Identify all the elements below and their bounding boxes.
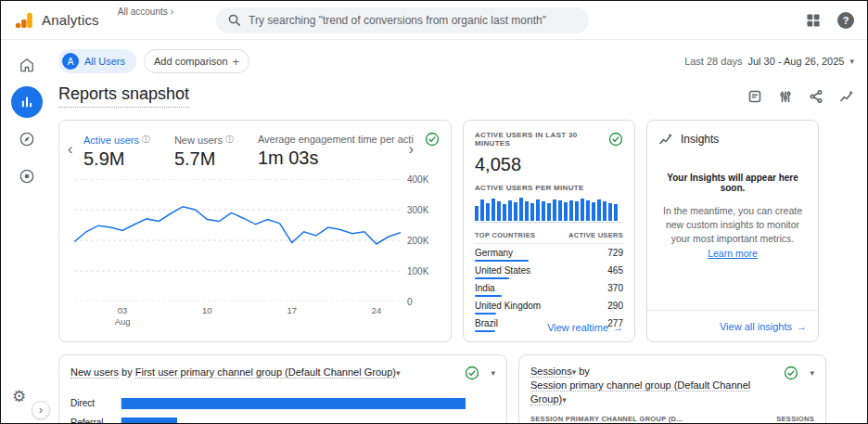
caret-down-icon[interactable]: ▾ (562, 395, 567, 405)
minute-bar (592, 202, 595, 221)
analytics-window: Analytics All accounts › ? (0, 0, 868, 424)
card-actions: ▾ (465, 366, 495, 380)
arrow-right-icon: → (797, 321, 807, 332)
minute-bar (553, 199, 556, 221)
trend-x-axis: 03Aug101724 (74, 305, 401, 328)
insights-header: Insights (647, 121, 818, 147)
minute-bar (480, 199, 484, 221)
minute-bar (508, 200, 512, 221)
prev-metrics-icon[interactable]: ‹ (68, 141, 72, 158)
minute-bar (542, 201, 545, 221)
chart-options-caret-icon[interactable]: ▾ (810, 368, 814, 378)
date-range-label: Jul 30 - Aug 26, 2025 (748, 56, 845, 67)
sessions-col-label: SESSIONS (776, 415, 814, 423)
data-quality-check-icon[interactable] (465, 366, 479, 380)
users-col-label: ACTIVE USERS (568, 231, 623, 239)
country-active-users: 370 (607, 283, 623, 293)
minute-bar (547, 203, 551, 221)
all-users-label: All Users (84, 56, 125, 67)
date-range-picker[interactable]: Last 28 days Jul 30 - Aug 26, 2025 ▾ (684, 56, 854, 67)
view-realtime-link[interactable]: View realtime → (547, 322, 623, 333)
nav-reports[interactable] (11, 86, 43, 118)
trend-plot: 03Aug101724 (74, 179, 401, 302)
info-icon[interactable]: ⓘ (142, 134, 150, 146)
x-tick-label: 17 (287, 305, 297, 316)
country-row-line: United Kingdom290 (475, 301, 623, 311)
gear-glyph: ⚙ (12, 388, 26, 405)
plus-icon: + (233, 55, 240, 69)
minute-bar (514, 202, 517, 221)
insights-sparkline-icon[interactable] (839, 89, 854, 104)
chart-options-caret-icon[interactable]: ▾ (491, 368, 495, 378)
metric-header: ‹ Active usersⓘ 5.9M New usersⓘ 5.7M Ave… (59, 121, 451, 170)
admin-gear-icon[interactable]: ⚙ (12, 389, 26, 405)
insights-card: Insights Your Insights will appear here … (646, 120, 819, 342)
dimension-selector[interactable]: First user primary channel group (Defaul… (135, 366, 396, 379)
info-icon[interactable]: ⓘ (225, 134, 234, 146)
minute-bar (491, 199, 495, 221)
insights-title: Insights (681, 133, 719, 146)
metric-active-users[interactable]: Active usersⓘ 5.9M (83, 134, 150, 170)
expand-nav-button[interactable]: › (32, 401, 50, 419)
analytics-logo[interactable]: Analytics (14, 10, 99, 31)
x-tick-label: 24 (372, 305, 382, 316)
explore-compass-icon (18, 130, 36, 148)
search-input[interactable] (249, 14, 578, 27)
nav-explore[interactable] (11, 123, 43, 155)
caret-down-icon[interactable]: ▾ (572, 367, 577, 377)
channel-bar-track (121, 418, 495, 423)
ga-logo-icon (14, 10, 34, 31)
country-name: Germany (475, 248, 513, 258)
segment-avatar: A (62, 53, 79, 70)
country-active-users: 729 (607, 248, 623, 258)
country-row-line: United States465 (475, 265, 623, 276)
search-bar[interactable] (216, 7, 589, 33)
all-users-chip[interactable]: A All Users (58, 49, 136, 73)
country-name: India (475, 283, 495, 293)
channel-row: Referral (70, 418, 495, 423)
metric-selector[interactable]: New users (70, 366, 119, 379)
y-tick-label: 400K (407, 174, 428, 185)
report-actions (747, 89, 854, 104)
comparison-bar: A All Users Add comparison + Last 28 day… (58, 49, 854, 73)
insights-text: In the meantime, you can create new cust… (663, 205, 802, 244)
minute-bar (486, 203, 490, 222)
metric-selector[interactable]: Sessions (530, 366, 572, 378)
title-row: Reports snapshot (58, 84, 854, 108)
arrow-right-icon: → (613, 322, 623, 333)
country-name: United Kingdom (475, 301, 541, 311)
country-row-line: India370 (475, 283, 623, 293)
minute-bar (569, 200, 573, 221)
customize-sliders-icon[interactable] (778, 89, 793, 104)
country-row: United States465 (475, 262, 623, 279)
channel-label: Referral (70, 418, 121, 423)
help-icon[interactable]: ? (837, 12, 854, 29)
insights-sparkline-icon (658, 132, 673, 147)
learn-more-link[interactable]: Learn more (708, 248, 758, 259)
country-active-users: 290 (607, 301, 623, 311)
data-quality-check-icon[interactable] (608, 132, 623, 147)
apps-grid-icon[interactable] (806, 13, 821, 28)
caret-down-icon[interactable]: ▾ (396, 368, 401, 378)
country-row: India370 (475, 279, 623, 297)
notes-icon[interactable] (747, 89, 762, 104)
minute-bar (597, 199, 601, 221)
nav-home[interactable] (11, 49, 43, 81)
insights-footer: View all insights → (647, 310, 818, 341)
nav-advertising[interactable] (11, 161, 43, 192)
topbar-actions: ? (806, 12, 854, 29)
channel-label: Direct (70, 398, 121, 408)
link-label: View realtime (547, 322, 608, 333)
add-comparison-chip[interactable]: Add comparison + (144, 49, 249, 73)
view-all-insights-link[interactable]: View all insights → (720, 321, 807, 332)
account-breadcrumb[interactable]: All accounts › (118, 1, 173, 17)
minute-bar (608, 203, 612, 221)
metric-avg-engagement[interactable]: Average engagement time per active us 1m… (258, 134, 414, 169)
data-quality-check-icon[interactable] (784, 366, 798, 380)
next-metrics-icon[interactable]: › (409, 141, 414, 158)
metric-new-users[interactable]: New usersⓘ 5.7M (174, 134, 234, 170)
realtime-value: 4,058 (475, 154, 623, 175)
question-glyph: ? (843, 15, 849, 26)
metric-value: 5.9M (83, 148, 150, 170)
share-icon[interactable] (809, 89, 823, 104)
